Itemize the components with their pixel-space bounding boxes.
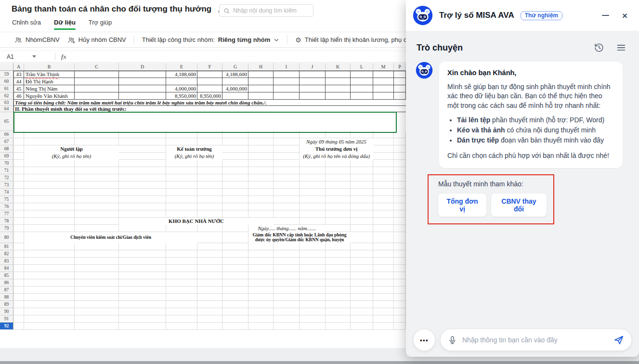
cell[interactable]: [326, 71, 351, 78]
cell-content[interactable]: 4,188,600: [166, 71, 197, 78]
cell[interactable]: [166, 210, 197, 218]
cell[interactable]: [13, 301, 24, 308]
cell[interactable]: [197, 243, 222, 250]
cell[interactable]: [197, 232, 222, 243]
cell[interactable]: [197, 301, 222, 308]
cell[interactable]: [222, 210, 248, 218]
cell[interactable]: [13, 294, 24, 301]
cell[interactable]: [119, 78, 166, 85]
cell[interactable]: [222, 308, 248, 315]
cell[interactable]: [75, 323, 119, 330]
cell[interactable]: [119, 323, 166, 330]
cell[interactable]: [394, 189, 406, 196]
cell[interactable]: [166, 174, 197, 182]
cell[interactable]: [166, 308, 197, 315]
cell[interactable]: [75, 174, 119, 182]
row-number[interactable]: 84: [0, 265, 13, 272]
cell[interactable]: [248, 196, 274, 203]
cell[interactable]: [274, 167, 300, 174]
cell[interactable]: [326, 85, 351, 92]
row-number[interactable]: 62: [0, 92, 13, 100]
cell[interactable]: [248, 258, 274, 265]
cell[interactable]: [166, 167, 197, 174]
cell[interactable]: [197, 138, 222, 145]
cell[interactable]: [13, 174, 24, 182]
cell[interactable]: [166, 258, 197, 265]
cell[interactable]: [351, 294, 373, 301]
cell[interactable]: [300, 315, 326, 323]
column-header[interactable]: E: [166, 63, 197, 71]
cell[interactable]: [248, 145, 274, 153]
cell[interactable]: [394, 250, 406, 258]
cell[interactable]: [373, 153, 394, 160]
cell[interactable]: [373, 210, 394, 218]
cell[interactable]: [75, 210, 119, 218]
cell[interactable]: [326, 174, 351, 182]
cell[interactable]: [394, 210, 406, 218]
column-header[interactable]: D: [119, 63, 166, 71]
more-options-button[interactable]: •••: [414, 329, 435, 351]
cell[interactable]: [300, 167, 326, 174]
cell[interactable]: [75, 272, 119, 279]
cell[interactable]: [119, 167, 166, 174]
cell[interactable]: [197, 323, 222, 330]
cell[interactable]: [300, 243, 326, 250]
cell[interactable]: [300, 189, 326, 196]
cell[interactable]: [75, 225, 119, 232]
cell[interactable]: [394, 182, 406, 189]
cell[interactable]: [75, 243, 119, 250]
cell[interactable]: [248, 308, 274, 315]
cell[interactable]: [13, 145, 24, 153]
cell[interactable]: [300, 92, 326, 100]
cell[interactable]: [13, 203, 24, 210]
cell[interactable]: [13, 243, 24, 250]
cell[interactable]: [248, 189, 274, 196]
cell[interactable]: [274, 92, 300, 100]
cell[interactable]: [373, 78, 394, 85]
cell[interactable]: [300, 160, 326, 167]
cell[interactable]: [351, 272, 373, 279]
cell[interactable]: [119, 71, 166, 78]
cell[interactable]: [274, 210, 300, 218]
cell[interactable]: [197, 250, 222, 258]
cell[interactable]: [351, 174, 373, 182]
cell[interactable]: [248, 250, 274, 258]
cell[interactable]: [248, 272, 274, 279]
cell[interactable]: [119, 286, 166, 294]
cell[interactable]: [274, 153, 300, 160]
cell[interactable]: [24, 286, 75, 294]
cell[interactable]: [166, 225, 197, 232]
cell[interactable]: [222, 196, 248, 203]
cell[interactable]: [373, 71, 394, 78]
cell[interactable]: [197, 203, 222, 210]
cell[interactable]: [13, 196, 24, 203]
cell[interactable]: [119, 272, 166, 279]
cell[interactable]: [274, 78, 300, 85]
cell[interactable]: [222, 265, 248, 272]
cell[interactable]: [274, 160, 300, 167]
cell[interactable]: [197, 174, 222, 182]
cell[interactable]: [197, 286, 222, 294]
column-header[interactable]: C: [75, 63, 119, 71]
row-number[interactable]: 74: [0, 189, 13, 196]
cell[interactable]: [351, 167, 373, 174]
cell[interactable]: [13, 232, 24, 243]
row-number[interactable]: 61: [0, 85, 13, 92]
cell[interactable]: [222, 315, 248, 323]
cell[interactable]: [274, 323, 300, 330]
cell-content[interactable]: 44: [13, 78, 24, 85]
cell[interactable]: [197, 160, 222, 167]
row-number[interactable]: 70: [0, 160, 13, 167]
cell[interactable]: [119, 138, 166, 145]
cell[interactable]: [222, 203, 248, 210]
cell[interactable]: [119, 189, 166, 196]
cell[interactable]: [119, 210, 166, 218]
row-number[interactable]: 60: [0, 78, 13, 85]
row-number[interactable]: 77: [0, 210, 13, 218]
cell-content[interactable]: 4,188,600: [222, 71, 248, 78]
cell[interactable]: [326, 78, 351, 85]
cell[interactable]: [24, 272, 75, 279]
cell[interactable]: [351, 189, 373, 196]
cell[interactable]: [75, 138, 119, 145]
cell[interactable]: [274, 145, 300, 153]
